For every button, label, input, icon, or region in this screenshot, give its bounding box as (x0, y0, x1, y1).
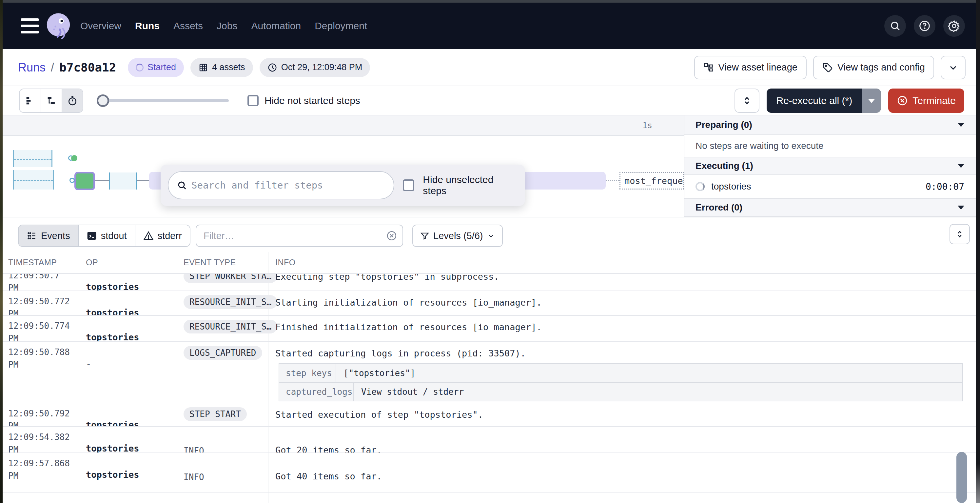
gantt-step-label[interactable]: most_frequent (619, 172, 684, 189)
nav-item-deployment[interactable]: Deployment (315, 20, 367, 32)
step-search-input[interactable] (168, 171, 394, 199)
panel-section-errored[interactable]: Errored (0) (684, 199, 976, 217)
logs-tabs: Events stdout stderr (18, 224, 191, 247)
expand-collapse-button[interactable] (735, 89, 759, 113)
metadata-row: step_keys ["topstories"] (279, 364, 962, 382)
nav-item-overview[interactable]: Overview (80, 20, 121, 32)
hide-unselected-checkbox[interactable] (403, 179, 414, 191)
tab-events[interactable]: Events (19, 225, 78, 246)
nav-item-jobs[interactable]: Jobs (216, 20, 237, 32)
collapse-triangle-icon[interactable] (958, 164, 964, 168)
hide-not-started-checkbox[interactable] (247, 95, 259, 106)
gantt-chart: 1s most_frequent Hide unselected steps (3, 115, 976, 217)
executing-step-row[interactable]: topstories 0:00:07 (684, 175, 976, 199)
desktop-edge-left (0, 0, 3, 503)
column-header-op: OP (86, 258, 98, 267)
zoom-slider-handle[interactable] (97, 94, 109, 107)
hamburger-menu-icon[interactable] (21, 18, 39, 33)
nav-item-runs[interactable]: Runs (135, 20, 160, 32)
nav-icon-group (884, 3, 965, 49)
logs-toolbar: Events stdout stderr Levels (5/6) (3, 217, 976, 252)
tab-stderr[interactable]: stderr (135, 225, 190, 246)
run-id: b7c80a12 (59, 60, 116, 74)
panel-section-executing[interactable]: Executing (1) (684, 158, 976, 175)
log-filter (196, 224, 403, 247)
zoom-slider-track[interactable] (101, 99, 229, 102)
nav-menu: Overview Runs Assets Jobs Automation Dep… (80, 3, 367, 49)
cancel-circle-icon (897, 95, 908, 106)
levels-filter-button[interactable]: Levels (5/6) (412, 224, 503, 247)
event-type-label: INFO (183, 444, 204, 453)
log-row[interactable]: 12:09:57.868PM topstories INFO Got 40 it… (3, 453, 976, 492)
step-status-panel: Preparing (0) No steps are waiting to ex… (684, 115, 976, 217)
gantt-pending-step-bar[interactable] (13, 150, 52, 167)
chevron-down-icon (948, 62, 958, 73)
log-row[interactable]: 12:09:50.792PM topstories STEP_START Sta… (3, 403, 976, 427)
assets-badge[interactable]: 4 assets (191, 58, 253, 77)
metadata-row: captured_logs View stdout / stderr (279, 382, 962, 401)
waterfall-view-button[interactable] (41, 89, 62, 112)
event-type-badge: RESOURCE_INIT_S… (183, 295, 277, 309)
step-search (168, 171, 394, 199)
gantt-selected-step-bar[interactable] (75, 172, 95, 190)
view-tags-config-button[interactable]: View tags and config (813, 56, 934, 80)
column-header-timestamp: TIMESTAMP (8, 258, 57, 267)
hide-not-started-control: Hide not started steps (247, 95, 360, 106)
gantt-label-connector (606, 180, 619, 181)
log-row[interactable]: 12:09:54.382PM topstories INFO Got 20 it… (3, 427, 976, 453)
reexecute-all-button[interactable]: Re-execute all (*) (767, 89, 881, 113)
event-type-label: INFO (183, 470, 204, 484)
log-row[interactable]: 12:09:50.774PM topstories RESOURCE_INIT_… (3, 316, 976, 342)
breadcrumb-runs-link[interactable]: Runs (18, 60, 46, 75)
step-search-overlay: Hide unselected steps (161, 165, 525, 206)
gantt-step-dot[interactable] (71, 155, 77, 161)
chevron-down-icon (487, 232, 495, 240)
event-type-badge: LOGS_CAPTURED (183, 346, 262, 360)
nav-item-automation[interactable]: Automation (251, 20, 301, 32)
panel-section-preparing[interactable]: Preparing (0) (684, 115, 976, 135)
event-type-badge: RESOURCE_INIT_S… (183, 320, 277, 333)
log-row[interactable]: 12:09:50.7PM topstories STEP_WORKER_STA…… (3, 274, 976, 291)
view-stdout-stderr-link[interactable]: View stdout / stderr (354, 383, 471, 401)
nav-item-assets[interactable]: Assets (173, 20, 203, 32)
log-row[interactable]: 12:09:50.772PM topstories RESOURCE_INIT_… (3, 291, 976, 316)
lineage-icon (703, 62, 714, 73)
tab-stdout[interactable]: stdout (78, 225, 135, 246)
search-icon[interactable] (884, 15, 906, 37)
collapse-triangle-icon[interactable] (958, 205, 964, 210)
dagster-logo-icon[interactable] (44, 11, 73, 40)
settings-gear-icon[interactable] (943, 15, 965, 37)
timed-view-button[interactable] (62, 89, 83, 112)
collapse-triangle-icon[interactable] (958, 123, 964, 127)
step-name[interactable]: topstories (711, 181, 751, 192)
more-run-actions-button[interactable] (941, 56, 966, 80)
desktop-edge-right (976, 0, 980, 503)
log-row[interactable]: 12:09:50.788PM - LOGS_CAPTURED Started c… (3, 342, 976, 403)
run-actions: Re-execute all (*) Terminate (735, 89, 964, 113)
clear-filter-icon[interactable] (386, 230, 397, 241)
gantt-step-range-bar[interactable] (109, 172, 137, 189)
run-header-row: Runs / b7c80a12 Started 4 assets Oct 29,… (3, 49, 976, 86)
step-elapsed-time: 0:00:07 (926, 181, 964, 192)
step-spinner-icon (695, 182, 705, 191)
event-type-badge: STEP_WORKER_STA… (183, 274, 277, 283)
funnel-icon (420, 231, 430, 240)
tag-icon (822, 62, 833, 73)
terminate-button[interactable]: Terminate (888, 89, 964, 113)
column-header-info: INFO (275, 258, 296, 267)
view-asset-lineage-button[interactable]: View asset lineage (694, 56, 807, 80)
dropdown-arrow-icon (868, 99, 875, 103)
clock-icon (267, 63, 277, 72)
grid-icon (198, 63, 208, 72)
main-content: Runs / b7c80a12 Started 4 assets Oct 29,… (3, 49, 976, 503)
run-badges: Started 4 assets Oct 29, 12:09:48 PM (128, 49, 370, 86)
help-icon[interactable] (914, 15, 935, 37)
log-scroll-order-button[interactable] (950, 224, 970, 244)
table-scrollbar-thumb[interactable] (956, 452, 967, 503)
log-filter-input[interactable] (196, 224, 403, 247)
run-header-actions: View asset lineage View tags and config (694, 49, 966, 86)
gantt-pending-step-bar[interactable] (13, 170, 54, 189)
reexecute-dropdown-button[interactable] (862, 89, 881, 113)
gantt-toolbar: Hide not started steps Re-execute all (*… (3, 86, 976, 115)
flat-view-button[interactable] (20, 89, 41, 112)
